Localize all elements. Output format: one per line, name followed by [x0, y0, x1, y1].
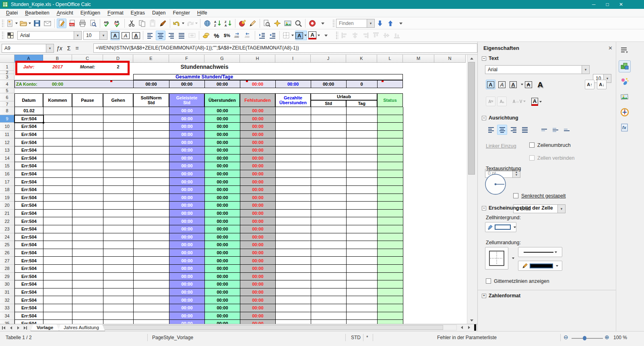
summary-j[interactable]: 00:00	[311, 80, 346, 88]
obj-align-bottom-button[interactable]	[392, 31, 402, 40]
cell-status[interactable]	[378, 202, 403, 210]
cell-ueberstunden[interactable]: 00:00	[205, 107, 240, 115]
obj-align-centerv-button[interactable]	[382, 31, 391, 40]
gitternetzlinien-checkbox[interactable]: Gitternetzlinien anzeigen	[486, 278, 549, 284]
cell-soll[interactable]	[134, 146, 169, 154]
obj-align-left-button[interactable]	[340, 31, 349, 40]
cell-kommen[interactable]	[43, 186, 72, 194]
cell-urlaub-std[interactable]	[311, 154, 347, 163]
cell-datum[interactable]: Err:504	[15, 241, 43, 249]
cell-status[interactable]	[378, 273, 403, 281]
cell-datum[interactable]: Err:504	[15, 273, 43, 281]
cell-pause[interactable]	[72, 273, 103, 281]
cell-pause[interactable]	[72, 296, 103, 304]
panel-char-spacing-button[interactable]: A⇔V	[513, 97, 525, 106]
cell-urlaub-std[interactable]	[311, 304, 347, 312]
cell-status[interactable]	[378, 115, 403, 123]
cell-status[interactable]	[378, 265, 403, 273]
row-header-22[interactable]: 22	[0, 217, 14, 225]
cell-geleistete[interactable]: 00:00	[169, 304, 205, 312]
zellen-verbinden-checkbox[interactable]: Zellen verbinden	[529, 155, 574, 161]
cell-gezahlte[interactable]	[276, 146, 311, 154]
new-doc-button[interactable]	[6, 19, 18, 28]
print-button[interactable]	[78, 19, 87, 28]
cell-ueberstunden[interactable]: 00:00	[205, 320, 240, 324]
cell-ueberstunden[interactable]: 00:00	[205, 170, 240, 178]
vertical-scroll-thumb[interactable]	[468, 62, 475, 175]
cell-geleistete[interactable]: 00:00	[169, 225, 205, 233]
menu-format[interactable]: Format	[104, 9, 127, 16]
cell-gehen[interactable]	[103, 265, 134, 273]
cell-gezahlte[interactable]	[276, 296, 311, 304]
cell-status[interactable]	[378, 162, 403, 170]
cell-geleistete[interactable]: 00:00	[169, 312, 205, 320]
cell-status[interactable]	[378, 280, 403, 288]
panel-font-color-button[interactable]: A	[531, 97, 542, 107]
cell-urlaub-std[interactable]	[311, 312, 347, 320]
percent-button[interactable]: %	[212, 31, 221, 40]
section-number-format[interactable]: +Zahlenformat	[482, 293, 520, 299]
cell-datum[interactable]: Err:504	[15, 186, 43, 194]
cell-pause[interactable]	[72, 138, 103, 146]
cell-status[interactable]	[378, 131, 403, 139]
equals-icon[interactable]: =	[75, 45, 78, 51]
cell-urlaub-std[interactable]	[311, 249, 347, 257]
row-header-3[interactable]: 3	[0, 74, 14, 80]
cell-gehen[interactable]	[103, 170, 134, 178]
cell-urlaub-std[interactable]	[311, 115, 347, 123]
find-down-button[interactable]	[375, 19, 385, 28]
cell-urlaub-std[interactable]	[311, 202, 347, 210]
delete-decimal-button[interactable]: .000	[243, 31, 253, 40]
align-left-button[interactable]	[145, 31, 155, 40]
cell-geleistete[interactable]: 00:00	[169, 186, 205, 194]
cell-pause[interactable]	[72, 257, 103, 265]
cell-datum[interactable]: Err:504	[15, 131, 43, 139]
cell-soll[interactable]	[134, 273, 169, 281]
za-konto-label[interactable]: ZA Konto:	[15, 80, 43, 88]
cell-fehlstunden[interactable]: 00:00	[240, 194, 276, 202]
row-header-30[interactable]: 30	[0, 280, 14, 288]
cell-fehlstunden[interactable]: 00:00	[240, 131, 276, 139]
cell-kommen[interactable]	[43, 115, 72, 123]
cell-gehen[interactable]	[103, 123, 134, 131]
column-header-J[interactable]: J	[311, 55, 346, 63]
prev-sheet-button[interactable]	[7, 324, 14, 331]
column-header-E[interactable]: E	[133, 55, 169, 63]
cell-gezahlte[interactable]	[276, 186, 311, 194]
cell-kommen[interactable]	[43, 154, 72, 163]
standard-format-button[interactable]: $%	[222, 31, 232, 40]
cell-datum[interactable]: Err:504	[15, 178, 43, 186]
cell-gezahlte[interactable]	[276, 178, 311, 186]
cell-gezahlte[interactable]	[276, 170, 311, 178]
cell-ueberstunden[interactable]: 00:00	[205, 115, 240, 123]
summary-g[interactable]: 00:00	[204, 80, 240, 88]
cell-status[interactable]	[378, 123, 403, 131]
chevron-down-icon[interactable]: ▾	[367, 19, 374, 27]
header-status[interactable]: Status	[377, 93, 403, 107]
gallery-button[interactable]	[283, 19, 293, 28]
cell-soll[interactable]	[134, 162, 169, 170]
find-input[interactable]: Finden▾	[336, 19, 375, 28]
cell-pause[interactable]	[72, 233, 103, 241]
maximize-button[interactable]: □	[601, 0, 614, 9]
cell-ueberstunden[interactable]: 00:00	[205, 273, 240, 281]
cell-ueberstunden[interactable]: 00:00	[205, 265, 240, 273]
cell-urlaub-tag[interactable]	[347, 210, 378, 218]
cell-kommen[interactable]	[43, 233, 72, 241]
cell-gezahlte[interactable]	[276, 115, 311, 123]
cell-pause[interactable]	[72, 170, 103, 178]
cell-soll[interactable]	[134, 296, 169, 304]
cell-soll[interactable]	[134, 225, 169, 233]
cell-gehen[interactable]	[103, 217, 134, 225]
cell-pause[interactable]	[72, 107, 103, 115]
cell-kommen[interactable]	[43, 138, 72, 146]
dropdown-arrow-icon[interactable]	[182, 23, 184, 24]
cell-pause[interactable]	[72, 210, 103, 218]
header-gezahlte-ueberstunden[interactable]: GezahlteÜberstunden	[275, 93, 311, 107]
font-color-button[interactable]: A	[308, 31, 320, 40]
menu-daten[interactable]: Daten	[149, 9, 169, 16]
cell-soll[interactable]	[134, 170, 169, 178]
cell-gehen[interactable]	[103, 304, 134, 312]
cell-soll[interactable]	[134, 304, 169, 312]
cell-gehen[interactable]	[103, 210, 134, 218]
